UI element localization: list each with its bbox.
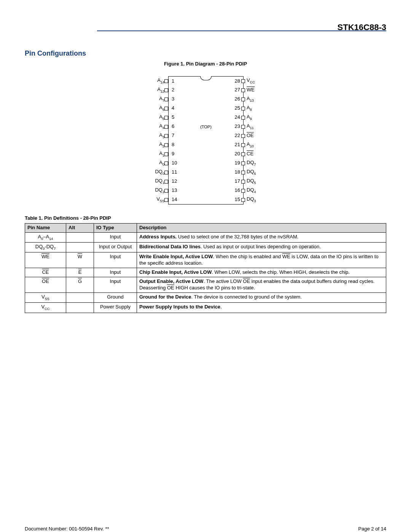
table-row: VSSGroundGround for the Device. The devi… <box>25 292 386 302</box>
table-header: Pin Name <box>25 223 66 232</box>
table-header: IO Type <box>94 223 137 232</box>
table-caption: Table 1. Pin Definitions - 28-Pin PDIP <box>25 215 386 222</box>
section-title: Pin Configurations <box>25 49 386 58</box>
pin-row: DQ11217DQ5 <box>148 177 263 186</box>
pin-row: A4623(TOP)A11 <box>148 122 263 131</box>
pin-row: A14128VCC <box>148 77 263 86</box>
pin-definitions-table: Pin NameAltIO TypeDescription A0–A14Inpu… <box>25 223 386 313</box>
table-row: A0–A14InputAddress Inputs. Used to selec… <box>25 232 386 242</box>
pin-row: VSS1415DQ3 <box>148 195 263 204</box>
table-row: OEGInputOutput Enable, Active LOW. The a… <box>25 277 386 293</box>
table-row: VCCPower SupplyPower Supply Inputs to th… <box>25 303 386 313</box>
table-header: Description <box>137 223 386 232</box>
table-row: DQ0-DQ7Input or OutputBidirectional Data… <box>25 243 386 252</box>
figure-caption: Figure 1. Pin Diagram - 28-Pin PDIP <box>25 61 386 67</box>
pin-row: A12227WE <box>148 86 263 95</box>
pin-row: A7326A13 <box>148 95 263 104</box>
pin-row: DQ21316DQ4 <box>148 186 263 195</box>
pin-row: A2821A10 <box>148 141 263 150</box>
part-number: STK16C88-3 <box>25 22 386 33</box>
pin-row: DQ01118DQ6 <box>148 168 263 177</box>
pin-row: A01019DQ7 <box>148 159 263 168</box>
pin-diagram: A14128VCCA12227WEA7326A13A6425A8A5524A9A… <box>25 77 386 204</box>
table-header: Alt <box>66 223 94 232</box>
pin-row: A1920CE <box>148 150 263 159</box>
pin-row: A5524A9 <box>148 113 263 122</box>
table-row: CEEInputChip Enable Input, Active LOW. W… <box>25 268 386 277</box>
table-row: WEWInputWrite Enable Input, Active LOW. … <box>25 252 386 268</box>
pin-row: A6425A8 <box>148 104 263 113</box>
page-footer: Document Number: 001-50594 Rev. ** Page … <box>25 526 386 532</box>
page-number: Page 2 of 14 <box>358 526 386 532</box>
doc-number: Document Number: 001-50594 Rev. ** <box>25 526 109 532</box>
pin-row: A3722OE <box>148 131 263 141</box>
